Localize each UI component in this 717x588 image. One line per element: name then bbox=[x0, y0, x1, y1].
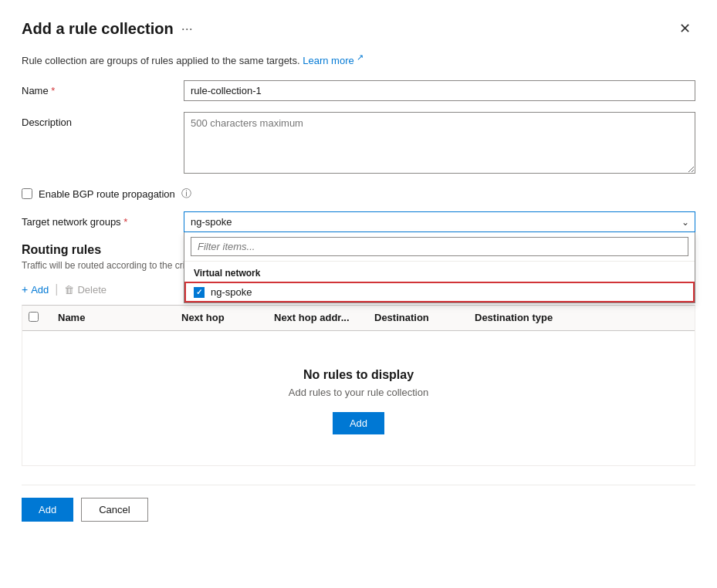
close-button[interactable]: ✕ bbox=[675, 19, 695, 39]
dialog-header: Add a rule collection ··· ✕ bbox=[22, 19, 695, 39]
col-destination-type-header: Destination type bbox=[467, 306, 695, 330]
bgp-label[interactable]: Enable BGP route propagation bbox=[39, 188, 175, 200]
description-label: Description bbox=[22, 112, 184, 128]
footer-cancel-button[interactable]: Cancel bbox=[81, 498, 147, 522]
dialog-title: Add a rule collection bbox=[22, 20, 174, 38]
target-network-dropdown-wrapper: ng-spoke ⌄ Virtual network ✓ ng-spoke bbox=[184, 211, 695, 232]
empty-title: No rules to display bbox=[38, 368, 679, 382]
plus-icon: + bbox=[22, 283, 28, 296]
select-all-checkbox[interactable] bbox=[29, 312, 39, 322]
checkmark-icon: ✓ bbox=[196, 288, 202, 296]
dialog-more-icon[interactable]: ··· bbox=[181, 21, 193, 37]
dropdown-filter-area bbox=[184, 232, 695, 262]
info-text: Rule collection are groups of rules appl… bbox=[22, 55, 300, 66]
table-header: Name Next hop Next hop addr... Destinati… bbox=[22, 306, 695, 331]
trash-icon: 🗑 bbox=[64, 284, 74, 296]
delete-rule-button[interactable]: 🗑 Delete bbox=[64, 281, 107, 299]
external-link-icon: ↗ bbox=[357, 52, 364, 62]
col-destination-header: Destination bbox=[367, 306, 467, 330]
dropdown-item-label: ng-spoke bbox=[211, 286, 252, 298]
target-network-dropdown-button[interactable]: ng-spoke bbox=[184, 211, 695, 232]
description-row: Description bbox=[22, 112, 695, 176]
name-label: Name * bbox=[22, 80, 184, 96]
add-rule-button[interactable]: + Add bbox=[22, 280, 49, 299]
description-textarea[interactable] bbox=[184, 112, 695, 174]
bgp-checkbox[interactable] bbox=[22, 188, 32, 199]
dropdown-panel: Virtual network ✓ ng-spoke bbox=[184, 232, 695, 303]
name-input[interactable] bbox=[184, 80, 695, 101]
add-rule-collection-dialog: Add a rule collection ··· ✕ Rule collect… bbox=[0, 0, 717, 588]
filter-input[interactable] bbox=[191, 237, 688, 256]
bgp-info-icon: ⓘ bbox=[181, 187, 191, 201]
col-name-header: Name bbox=[50, 306, 174, 330]
name-row: Name * bbox=[22, 80, 695, 101]
rules-table: Name Next hop Next hop addr... Destinati… bbox=[22, 305, 695, 466]
toolbar-separator: | bbox=[55, 282, 58, 296]
bgp-checkbox-row: Enable BGP route propagation ⓘ bbox=[22, 187, 695, 201]
dialog-title-row: Add a rule collection ··· bbox=[22, 20, 193, 38]
add-rule-empty-button[interactable]: Add bbox=[333, 412, 384, 434]
footer-add-button[interactable]: Add bbox=[22, 498, 73, 522]
name-control bbox=[184, 80, 695, 101]
learn-more-link[interactable]: Learn more ↗ bbox=[303, 55, 364, 66]
info-bar: Rule collection are groups of rules appl… bbox=[22, 52, 695, 66]
dialog-footer: Add Cancel bbox=[22, 485, 695, 522]
description-control bbox=[184, 112, 695, 176]
target-network-label: Target network groups * bbox=[22, 211, 184, 228]
dropdown-section-label: Virtual network bbox=[184, 262, 695, 282]
required-indicator: * bbox=[51, 85, 55, 96]
empty-state: No rules to display Add rules to your ru… bbox=[22, 331, 695, 465]
required-indicator-2: * bbox=[123, 216, 127, 228]
select-all-header bbox=[22, 306, 50, 330]
target-network-row: Target network groups * ng-spoke ⌄ Virtu… bbox=[22, 211, 695, 232]
dropdown-checkbox-checked: ✓ bbox=[194, 287, 205, 298]
col-next-hop-addr-header: Next hop addr... bbox=[266, 306, 367, 330]
col-next-hop-header: Next hop bbox=[174, 306, 266, 330]
empty-subtitle: Add rules to your rule collection bbox=[38, 387, 679, 398]
dropdown-item-ng-spoke[interactable]: ✓ ng-spoke bbox=[184, 282, 695, 302]
